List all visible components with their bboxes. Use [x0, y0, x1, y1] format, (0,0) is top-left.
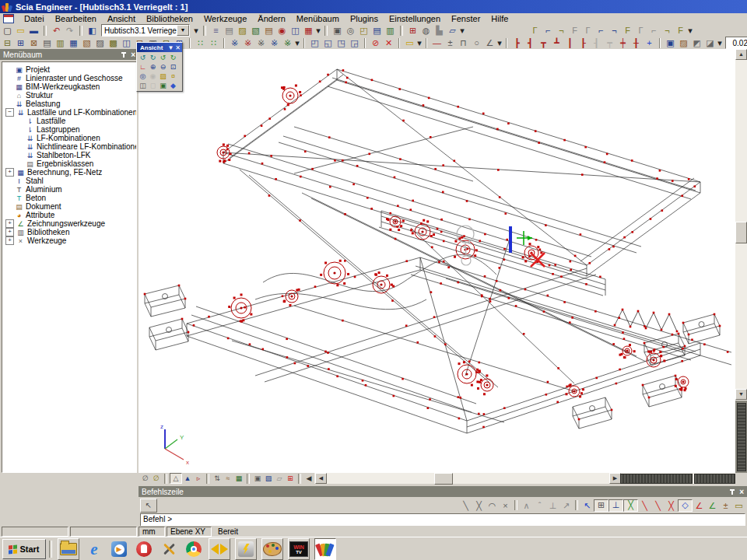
pin-icon[interactable]: [121, 51, 128, 58]
hdark-thumb-2[interactable]: [694, 474, 735, 484]
view-iso-icon[interactable]: ↻: [168, 53, 178, 62]
zoom-all-icon[interactable]: ◎: [138, 72, 148, 81]
layer-visible-icon[interactable]: ∷: [207, 37, 220, 48]
dropdown-arrow[interactable]: ▾: [294, 37, 300, 48]
redo-icon[interactable]: ↷: [63, 25, 76, 36]
document-icon[interactable]: ▤: [370, 25, 384, 36]
params-icon[interactable]: ▨: [263, 474, 274, 483]
clipbox-icon-1[interactable]: ◰: [308, 37, 321, 48]
menu-item-datei[interactable]: Datei: [19, 14, 50, 23]
copy-attr-icon-10[interactable]: ◫: [120, 37, 133, 48]
zoom-selection-icon[interactable]: ◉: [148, 72, 158, 81]
drawing-canvas[interactable]: z Y x: [139, 49, 736, 473]
cube-view-icon[interactable]: ◆: [168, 81, 178, 90]
close-icon[interactable]: ✕: [175, 44, 181, 51]
tree-item-linienraster[interactable]: #Linienraster und Geschosse: [2, 74, 136, 82]
scroll-right-button[interactable]: ▶: [609, 473, 621, 484]
scroll-left-button[interactable]: ◀: [315, 473, 327, 484]
expand-box[interactable]: +: [5, 168, 14, 177]
wheel-red-icon[interactable]: ◉: [275, 25, 289, 36]
menu-item-einstellungen[interactable]: Einstellungen: [384, 14, 446, 23]
vscroll-thumb[interactable]: [735, 222, 747, 243]
loads-display-icon[interactable]: ≈: [223, 474, 233, 483]
copy-attr-icon-4[interactable]: ▤: [40, 37, 54, 48]
hinge-icon-3[interactable]: ¬: [555, 25, 568, 36]
delete-icon[interactable]: ✕: [382, 37, 395, 48]
expand-box[interactable]: +: [5, 236, 14, 245]
mesh-view-icon[interactable]: ▦: [233, 474, 244, 483]
column-icon[interactable]: ┫: [524, 37, 537, 48]
status-cell-mm[interactable]: mm: [139, 527, 165, 537]
expand-box[interactable]: +: [5, 228, 14, 236]
pin-icon[interactable]: [729, 488, 736, 495]
menu-item-werkzeuge[interactable]: Werkzeuge: [198, 14, 252, 23]
photo-icon[interactable]: ▨: [677, 37, 690, 48]
hinge-icon-12[interactable]: F: [674, 25, 687, 36]
mdi-child-icon[interactable]: [3, 14, 14, 23]
save-icon[interactable]: ▬: [27, 25, 40, 36]
snap-cross-icon[interactable]: ╳: [623, 499, 638, 512]
horizontal-scrollbar[interactable]: ∅∅△▲▹⇅≈▦▣▨▱⊞◀ ◀ ▶: [139, 473, 735, 484]
system-tools-icon[interactable]: [159, 539, 179, 559]
node-icon[interactable]: ±: [444, 37, 457, 48]
activity-layer-icon[interactable]: ※: [268, 37, 281, 48]
vertical-pane-scrollbar[interactable]: [735, 401, 747, 473]
section-icon[interactable]: ⊓: [457, 37, 470, 48]
collapse-icon[interactable]: ◀: [303, 474, 314, 483]
activity-all-icon[interactable]: ※: [228, 37, 241, 48]
check-icon[interactable]: ◍: [419, 25, 433, 36]
snap-ortho-icon[interactable]: ◇: [678, 499, 693, 512]
internet-explorer-icon[interactable]: e: [84, 539, 104, 559]
snap-edge-icon[interactable]: ˆ: [533, 500, 546, 511]
snap-grid-icon[interactable]: ⊞: [594, 499, 608, 512]
menu-item-fenster[interactable]: Fenster: [446, 14, 486, 23]
tree-item-attribute[interactable]: ◕Attribute: [2, 211, 136, 219]
wintv-icon[interactable]: WINTV: [288, 538, 310, 560]
snap-arc-icon[interactable]: ◠: [486, 500, 499, 511]
tree-item-beton[interactable]: TBeton: [2, 194, 136, 202]
vdark-thumb[interactable]: [737, 403, 746, 471]
snap-intersect-icon[interactable]: ╳: [665, 500, 678, 511]
layers-icon[interactable]: ≡: [209, 25, 223, 36]
hinge-icon-11[interactable]: ¬: [661, 25, 674, 36]
line-icon[interactable]: —: [430, 37, 444, 48]
hinge-icon-7[interactable]: ¬: [608, 25, 621, 36]
table-icon[interactable]: ▦: [302, 25, 315, 36]
dropdown-arrow[interactable]: ▾: [416, 37, 423, 48]
edit-doc-icon[interactable]: ▱: [446, 25, 459, 36]
tree-item-dokument[interactable]: ▤Dokument: [2, 202, 136, 211]
hidden-line-icon[interactable]: ∅: [151, 474, 162, 483]
hinge-icon-8[interactable]: F: [621, 25, 634, 36]
ansicht-header[interactable]: Ansicht ▼ ✕: [137, 43, 182, 52]
project-item-combo[interactable]: Hubtisch3.1 Verriege ▼: [101, 24, 190, 37]
view-front-icon[interactable]: ↻: [148, 53, 158, 62]
beam-icon[interactable]: ┣: [510, 37, 524, 48]
file-manager-icon[interactable]: [58, 538, 79, 560]
winamp-icon[interactable]: [235, 538, 257, 560]
dropdown-arrow[interactable]: ▾: [687, 25, 693, 36]
wall-icon[interactable]: ┻: [550, 37, 563, 48]
snap-cursor-icon[interactable]: ↖: [580, 500, 594, 511]
windows-icon[interactable]: ◫: [289, 25, 302, 36]
doc-view-icon[interactable]: ▱: [274, 474, 285, 483]
tree-item-lf-kombinationen[interactable]: ⇊LF-Kombinationen: [2, 134, 136, 142]
labels-icon[interactable]: ▹: [193, 474, 204, 483]
snap-line-icon[interactable]: ⊥: [608, 499, 623, 512]
light-icon[interactable]: ¤: [168, 72, 178, 81]
history-dropdown-arrow[interactable]: ▾: [192, 25, 200, 36]
snap-freepoint-icon[interactable]: ╲: [459, 500, 472, 511]
zoom-in-icon[interactable]: ⊕: [148, 62, 158, 72]
snap-off-icon[interactable]: ×: [499, 500, 512, 511]
clip-front-icon[interactable]: ◫: [138, 81, 148, 90]
snap-distance-icon[interactable]: ±: [719, 500, 732, 511]
hinge-icon-4[interactable]: F: [568, 25, 581, 36]
menu-item-ndern[interactable]: Ändern: [252, 14, 290, 23]
clipbox-icon-4[interactable]: ◲: [348, 37, 361, 48]
chart-icon[interactable]: ▙: [433, 25, 446, 36]
shaded-icon[interactable]: ▲: [182, 474, 193, 483]
zoom-out-icon[interactable]: ⊖: [158, 62, 168, 72]
chevron-down-icon[interactable]: ▼: [167, 44, 174, 51]
grid-red-icon[interactable]: ⊞: [285, 474, 296, 483]
snap-vertex-icon[interactable]: ∧: [520, 500, 533, 511]
opening-icon[interactable]: ┨: [590, 37, 603, 48]
